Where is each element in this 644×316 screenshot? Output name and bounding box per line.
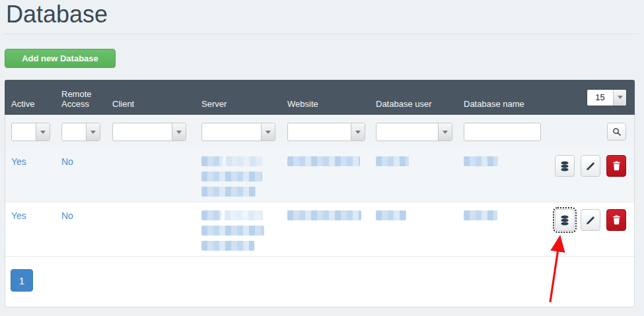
phpmyadmin-database-button[interactable] (555, 155, 575, 177)
edit-button[interactable] (581, 209, 600, 231)
pagination-page-1-button[interactable]: 1 (11, 269, 33, 292)
chevron-down-icon (261, 123, 275, 141)
edit-button[interactable] (581, 155, 600, 177)
title-divider (4, 34, 639, 34)
delete-button[interactable] (606, 155, 626, 177)
table-row: Yes No (5, 202, 634, 256)
database-table: Active Remote Access Client Server Websi… (5, 80, 635, 307)
database-user-cell (376, 148, 464, 202)
add-new-database-button[interactable]: Add new Database (5, 49, 116, 68)
filter-website-select[interactable] (287, 123, 365, 141)
search-button[interactable] (607, 123, 626, 141)
filter-row (5, 115, 634, 148)
column-header-active: Active (11, 80, 61, 115)
trash-icon (612, 215, 621, 225)
pencil-icon (586, 162, 595, 171)
filter-server-select[interactable] (201, 123, 275, 141)
chevron-down-icon (438, 123, 452, 141)
column-header-client: Client (112, 80, 201, 115)
pencil-icon (586, 216, 595, 225)
client-cell (112, 203, 201, 256)
table-row: Yes No (5, 148, 634, 202)
column-header-database-name: Database name (464, 80, 542, 115)
db-stack-icon (560, 161, 569, 172)
remote-access-link[interactable]: No (61, 210, 73, 221)
column-header-remote-access: Remote Access (61, 80, 112, 115)
magnifier-icon (612, 127, 622, 137)
delete-button[interactable] (606, 209, 626, 231)
page-size-value: 15 (587, 90, 613, 106)
db-stack-icon (560, 215, 569, 226)
database-user-cell (376, 203, 464, 256)
filter-client-select[interactable] (112, 123, 186, 141)
page-title: Database (6, 0, 108, 29)
column-header-database-user: Database user (376, 80, 464, 115)
client-cell (112, 148, 201, 202)
website-cell (287, 203, 376, 256)
database-name-cell (464, 203, 542, 256)
chevron-down-icon (172, 123, 186, 141)
active-link[interactable]: Yes (11, 156, 26, 167)
filter-database-name-input[interactable] (464, 123, 541, 141)
filter-active-select[interactable] (11, 123, 50, 141)
column-header-website: Website (287, 80, 376, 115)
phpmyadmin-database-button[interactable] (555, 209, 575, 231)
remote-access-link[interactable]: No (61, 156, 73, 167)
table-footer: 1 (5, 256, 634, 307)
table-header-row: Active Remote Access Client Server Websi… (5, 80, 635, 115)
chevron-down-icon (86, 123, 100, 141)
chevron-down-icon (351, 123, 365, 141)
server-cell (201, 203, 287, 256)
trash-icon (612, 161, 621, 171)
filter-remote-access-select[interactable] (61, 123, 100, 141)
page-size-select[interactable]: 15 (587, 89, 627, 106)
database-name-cell (464, 148, 542, 202)
column-header-server: Server (201, 80, 287, 115)
chevron-down-icon (36, 123, 50, 141)
website-cell (287, 148, 376, 202)
chevron-down-icon (613, 90, 626, 106)
filter-database-user-select[interactable] (376, 123, 452, 141)
server-cell (201, 148, 287, 202)
active-link[interactable]: Yes (11, 210, 26, 221)
